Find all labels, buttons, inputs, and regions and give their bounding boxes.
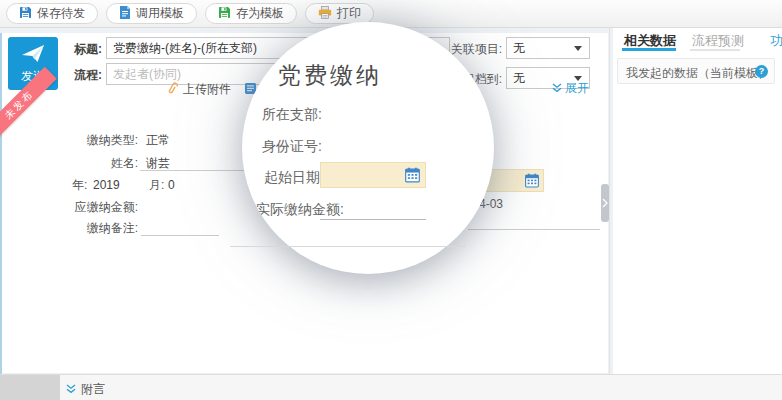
year-value: 2019 — [93, 178, 120, 192]
pay-type-value: 正常 — [146, 133, 170, 147]
my-data-item[interactable]: 我发起的数据（当前模板） ? — [617, 58, 775, 84]
paper-plane-icon — [21, 53, 45, 67]
actual-amount-input-underline[interactable] — [320, 219, 426, 220]
remark-label: 缴纳备注: — [50, 221, 138, 235]
save-draft-button[interactable]: 保存待发 — [6, 3, 98, 24]
chevron-double-down-icon — [66, 383, 76, 397]
form-title: 党费缴纳 — [278, 60, 382, 91]
magnifier-overlay: 党费缴纳 所在支部: 身份证号: 起始日期: 实际缴纳金额: — [242, 22, 494, 274]
panel-collapse-handle[interactable] — [601, 184, 609, 222]
postscript-bar: 附言 — [0, 374, 782, 400]
flow-label: 流程: — [62, 68, 102, 82]
name-input-underline[interactable] — [140, 170, 258, 171]
print-button[interactable]: 打印 — [305, 3, 374, 24]
remark-input-underline[interactable] — [141, 235, 219, 236]
start-date-label: 起始日期: — [264, 169, 324, 187]
printer-icon — [318, 6, 332, 22]
my-data-item-label: 我发起的数据（当前模板） — [626, 65, 770, 82]
postscript-toggle[interactable]: 附言 — [66, 381, 105, 398]
expand-label: 展开 — [565, 80, 589, 97]
save-draft-label: 保存待发 — [37, 5, 85, 22]
title-label: 标题: — [62, 42, 102, 56]
paperclip-icon — [166, 81, 178, 98]
pre-archive-value: 无 — [513, 71, 525, 85]
amount-due-label: 应缴纳金额: — [50, 200, 138, 214]
related-project-select[interactable]: 无 — [506, 37, 590, 59]
print-label: 打印 — [337, 5, 361, 22]
more-functions-link[interactable]: 功 — [770, 32, 782, 50]
upload-attachment-link[interactable]: 上传附件 — [166, 81, 231, 98]
actual-amount-label: 实际缴纳金额: — [256, 201, 344, 219]
help-icon[interactable]: ? — [755, 65, 768, 78]
active-tab-indicator — [622, 48, 676, 51]
chevron-double-down-icon — [552, 82, 562, 96]
save-icon — [19, 6, 32, 22]
pay-type-label: 缴纳类型: — [50, 133, 138, 147]
month-value: 0 — [168, 178, 175, 192]
id-number-label: 身份证号: — [262, 138, 322, 156]
load-template-label: 调用模板 — [136, 5, 184, 22]
save-as-template-label: 存为模板 — [236, 5, 284, 22]
form-rule-line — [230, 246, 465, 247]
chevron-down-icon — [574, 46, 582, 55]
related-project-value: 无 — [513, 41, 525, 55]
postscript-label: 附言 — [81, 381, 105, 398]
footer-left-block — [0, 375, 60, 400]
chevron-right-icon — [602, 198, 608, 208]
template-save-icon — [218, 6, 231, 22]
right-panel: 相关数据 流程预测 功 我发起的数据（当前模板） ? — [613, 28, 782, 374]
expand-toggle[interactable]: 展开 — [552, 80, 589, 97]
inactive-tab-indicator — [690, 49, 740, 51]
field-underline[interactable] — [468, 229, 600, 230]
panel-divider — [609, 28, 610, 374]
name-label: 姓名: — [50, 156, 138, 170]
month-label: 月: — [149, 178, 164, 192]
branch-label: 所在支部: — [262, 106, 322, 124]
year-label: 年: — [72, 178, 87, 192]
load-template-button[interactable]: 调用模板 — [106, 3, 197, 24]
tab-flow-predict[interactable]: 流程预测 — [692, 32, 744, 50]
save-as-template-button[interactable]: 存为模板 — [205, 3, 297, 24]
upload-attachment-label: 上传附件 — [183, 81, 231, 98]
start-date-input[interactable] — [320, 162, 426, 188]
template-load-icon — [119, 6, 131, 22]
title-value: 党费缴纳-(姓名)-(所在支部) — [113, 41, 257, 55]
related-project-label: 关联项目: — [450, 42, 502, 56]
name-value: 谢芸 — [146, 156, 170, 170]
